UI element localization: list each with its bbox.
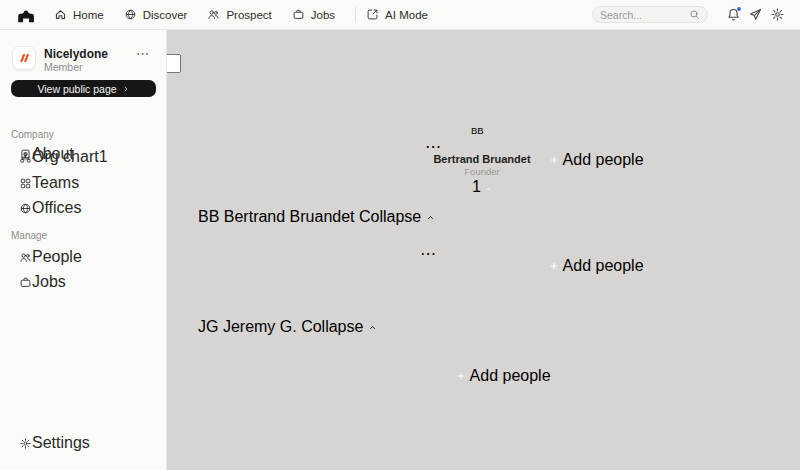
nav-discover[interactable]: Discover (124, 8, 188, 21)
section-label-company: Company (11, 129, 54, 140)
collapse-label: Collapse (359, 208, 421, 225)
send-icon[interactable] (744, 4, 766, 26)
global-search-input[interactable] (600, 9, 689, 21)
app-window: Home Discover Prospect Jobs AI Mode (0, 0, 800, 470)
chevron-right-icon (122, 85, 130, 93)
nav-home[interactable]: Home (54, 8, 104, 21)
global-search (592, 6, 708, 23)
sidebar-item-label: People (32, 248, 82, 266)
nav-ai-mode[interactable]: AI Mode (366, 8, 428, 21)
sidebar-item-label: Settings (32, 434, 90, 452)
view-public-page-button[interactable]: View public page (11, 80, 156, 97)
count-value: 1 (472, 178, 481, 195)
add-people-label: Add people (470, 367, 551, 384)
sidebar-item-label: Offices (32, 199, 82, 217)
founder-avatar: BB (469, 123, 495, 149)
org-chart-badge: 1 (99, 148, 108, 166)
notification-dot (737, 7, 741, 11)
org-more-icon[interactable]: ⋯ (136, 46, 150, 61)
founder-name: Bertrand Bruandet (425, 153, 539, 165)
add-people-button[interactable]: Add people (549, 151, 644, 169)
sidebar-item-label: Teams (32, 174, 79, 192)
plus-icon (549, 155, 559, 165)
briefcase-icon (19, 276, 32, 289)
collapse-label: Collapse (301, 318, 363, 335)
org-role: Member (44, 61, 83, 73)
plus-icon (456, 371, 466, 381)
group-name[interactable]: Bertrand Bruandet (224, 208, 355, 225)
founder-count-pill[interactable]: 1 (472, 178, 495, 191)
add-people-button[interactable]: Add people (549, 257, 644, 275)
notifications-bell-icon[interactable] (722, 4, 744, 26)
nav-jobs[interactable]: Jobs (292, 8, 335, 21)
sidebar-item-label: Org chart (32, 148, 99, 166)
plus-icon (549, 261, 559, 271)
founder-role: Founder (425, 166, 539, 177)
chevron-up-icon (426, 213, 435, 222)
sidebar-item-teams[interactable]: Teams (10, 172, 156, 194)
gear-icon (19, 437, 32, 450)
nav-jobs-label: Jobs (311, 9, 335, 21)
member-count-pill[interactable] (470, 289, 494, 301)
collapse-button[interactable]: Collapse (359, 208, 435, 225)
sidebar-item-label: Jobs (32, 273, 66, 291)
view-public-page-label: View public page (37, 83, 116, 95)
add-people-label: Add people (563, 151, 644, 168)
briefcase-icon (292, 8, 305, 21)
sidebar-item-jobs[interactable]: Jobs (10, 271, 156, 293)
sidebar: Nicelydone Member ⋯ View public page Com… (0, 30, 167, 470)
chevron-up-icon (368, 323, 377, 332)
org-name: Nicelydone (44, 47, 108, 61)
search-icon (689, 9, 700, 20)
org-logo-avatar (12, 46, 36, 70)
topbar: Home Discover Prospect Jobs AI Mode (0, 0, 800, 30)
globe-icon (19, 202, 32, 215)
people-icon (207, 8, 220, 21)
sidebar-item-offices[interactable]: Offices (10, 197, 156, 219)
globe-icon (124, 8, 137, 21)
sidebar-item-settings[interactable]: Settings (10, 432, 156, 454)
card-more-icon[interactable]: ⋯ (420, 244, 540, 263)
group-name[interactable]: Jeremy G. (223, 318, 297, 335)
org-chart-icon (19, 151, 32, 164)
chevron-up-icon (485, 186, 491, 192)
ai-mode-icon (366, 8, 379, 21)
group-avatar: JG (198, 318, 218, 335)
add-people-button[interactable]: Add people (456, 367, 551, 385)
nav-prospect-label: Prospect (226, 9, 271, 21)
grid-icon (19, 177, 32, 190)
section-label-manage: Manage (11, 230, 47, 241)
app-logo-icon[interactable] (12, 6, 38, 23)
sidebar-item-people[interactable]: People (10, 246, 156, 268)
settings-gear-icon[interactable] (766, 4, 788, 26)
group-avatar: BB (198, 208, 219, 225)
nav-ai-mode-label: AI Mode (385, 9, 428, 21)
nav-prospect[interactable]: Prospect (207, 8, 271, 21)
nav-divider (355, 7, 356, 22)
home-icon (54, 8, 67, 21)
nav-home-label: Home (73, 9, 104, 21)
collapse-button[interactable]: Collapse (301, 318, 377, 335)
nav-discover-label: Discover (143, 9, 188, 21)
sidebar-item-org-chart[interactable]: Org chart 1 (10, 146, 156, 168)
people-icon (19, 251, 32, 264)
add-people-label: Add people (563, 257, 644, 274)
